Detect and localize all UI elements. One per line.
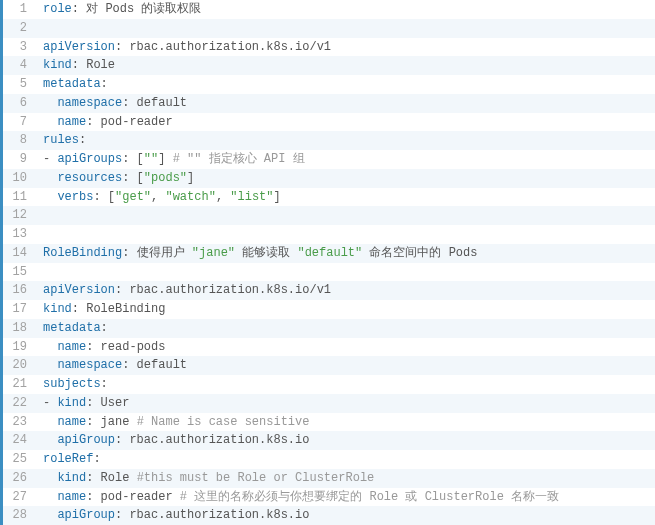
token-key: namespace — [57, 96, 122, 110]
line-number: 13 — [3, 225, 35, 244]
code-line[interactable]: 12 — [3, 206, 655, 225]
code-line[interactable]: 17kind: RoleBinding — [3, 300, 655, 319]
code-content[interactable]: name: read-pods — [35, 338, 655, 357]
line-number: 21 — [3, 375, 35, 394]
code-line[interactable]: 6 namespace: default — [3, 94, 655, 113]
token-com: # "" 指定核心 API 组 — [173, 152, 305, 166]
code-line[interactable]: 5metadata: — [3, 75, 655, 94]
code-line[interactable]: 3apiVersion: rbac.authorization.k8s.io/v… — [3, 38, 655, 57]
code-line[interactable]: 23 name: jane # Name is case sensitive — [3, 413, 655, 432]
line-number: 16 — [3, 281, 35, 300]
code-content[interactable]: apiGroup: rbac.authorization.k8s.io — [35, 431, 655, 450]
code-content[interactable]: rules: — [35, 131, 655, 150]
code-line[interactable]: 10 resources: ["pods"] — [3, 169, 655, 188]
line-number: 20 — [3, 356, 35, 375]
code-content[interactable]: - kind: User — [35, 394, 655, 413]
code-content[interactable]: kind: Role #this must be Role or Cluster… — [35, 469, 655, 488]
token-plain — [43, 415, 57, 429]
code-line[interactable]: 8rules: — [3, 131, 655, 150]
token-plain: : jane — [86, 415, 136, 429]
code-content[interactable]: name: jane # Name is case sensitive — [35, 413, 655, 432]
code-content[interactable]: roleRef: — [35, 450, 655, 469]
token-com: # Name is case sensitive — [137, 415, 310, 429]
token-plain: : — [101, 377, 108, 391]
token-plain: ] — [274, 190, 281, 204]
code-content[interactable]: name: pod-reader # 这里的名称必须与你想要绑定的 Role 或… — [35, 488, 655, 507]
token-plain — [43, 490, 57, 504]
token-key: name — [57, 490, 86, 504]
token-key: apiGroups — [57, 152, 122, 166]
line-number: 10 — [3, 169, 35, 188]
line-number: 14 — [3, 244, 35, 263]
code-line[interactable]: 14RoleBinding: 使得用户 "jane" 能够读取 "default… — [3, 244, 655, 263]
code-content[interactable]: resources: ["pods"] — [35, 169, 655, 188]
line-number: 15 — [3, 263, 35, 282]
code-content[interactable]: apiVersion: rbac.authorization.k8s.io/v1 — [35, 38, 655, 57]
code-content[interactable]: name: pod-reader — [35, 113, 655, 132]
code-line[interactable]: 18metadata: — [3, 319, 655, 338]
token-plain: , — [216, 190, 230, 204]
token-key: namespace — [57, 358, 122, 372]
code-content[interactable]: apiVersion: rbac.authorization.k8s.io/v1 — [35, 281, 655, 300]
code-line[interactable]: 27 name: pod-reader # 这里的名称必须与你想要绑定的 Rol… — [3, 488, 655, 507]
line-number: 8 — [3, 131, 35, 150]
code-line[interactable]: 2 — [3, 19, 655, 38]
code-line[interactable]: 26 kind: Role #this must be Role or Clus… — [3, 469, 655, 488]
code-content[interactable]: kind: Role — [35, 56, 655, 75]
code-line[interactable]: 21subjects: — [3, 375, 655, 394]
token-plain: : default — [122, 96, 187, 110]
token-plain: : pod-reader — [86, 490, 180, 504]
code-content[interactable]: RoleBinding: 使得用户 "jane" 能够读取 "default" … — [35, 244, 655, 263]
line-number: 27 — [3, 488, 35, 507]
token-plain: : 使得用户 — [122, 246, 192, 260]
code-line[interactable]: 4kind: Role — [3, 56, 655, 75]
code-content[interactable]: apiGroup: rbac.authorization.k8s.io — [35, 506, 655, 525]
code-line[interactable]: 9- apiGroups: [""] # "" 指定核心 API 组 — [3, 150, 655, 169]
code-line[interactable]: 15 — [3, 263, 655, 282]
token-key: apiGroup — [57, 508, 115, 522]
token-plain: : rbac.authorization.k8s.io — [115, 508, 309, 522]
token-plain: : — [79, 133, 86, 147]
code-content[interactable]: namespace: default — [35, 356, 655, 375]
token-plain — [43, 433, 57, 447]
code-content[interactable]: metadata: — [35, 75, 655, 94]
code-line[interactable]: 24 apiGroup: rbac.authorization.k8s.io — [3, 431, 655, 450]
code-content[interactable]: namespace: default — [35, 94, 655, 113]
code-content[interactable]: verbs: ["get", "watch", "list"] — [35, 188, 655, 207]
code-line[interactable]: 16apiVersion: rbac.authorization.k8s.io/… — [3, 281, 655, 300]
token-plain: : rbac.authorization.k8s.io — [115, 433, 309, 447]
code-line[interactable]: 19 name: read-pods — [3, 338, 655, 357]
line-number: 24 — [3, 431, 35, 450]
line-number: 3 — [3, 38, 35, 57]
token-key: kind — [43, 302, 72, 316]
code-editor[interactable]: 1role: 对 Pods 的读取权限23apiVersion: rbac.au… — [0, 0, 655, 525]
token-plain: ] — [187, 171, 194, 185]
code-content[interactable]: - apiGroups: [""] # "" 指定核心 API 组 — [35, 150, 655, 169]
code-line[interactable]: 22- kind: User — [3, 394, 655, 413]
code-content[interactable]: kind: RoleBinding — [35, 300, 655, 319]
code-line[interactable]: 20 namespace: default — [3, 356, 655, 375]
token-key: apiGroup — [57, 433, 115, 447]
token-key: name — [57, 340, 86, 354]
token-key: metadata — [43, 77, 101, 91]
token-str: "list" — [230, 190, 273, 204]
code-content[interactable]: subjects: — [35, 375, 655, 394]
token-plain: : [ — [122, 152, 144, 166]
code-line[interactable]: 11 verbs: ["get", "watch", "list"] — [3, 188, 655, 207]
token-key: kind — [57, 471, 86, 485]
line-number: 9 — [3, 150, 35, 169]
token-key: name — [57, 115, 86, 129]
code-content[interactable]: metadata: — [35, 319, 655, 338]
token-plain: : [ — [122, 171, 144, 185]
code-line[interactable]: 13 — [3, 225, 655, 244]
code-line[interactable]: 25roleRef: — [3, 450, 655, 469]
token-plain: 命名空间中的 Pods — [362, 246, 477, 260]
code-content[interactable]: role: 对 Pods 的读取权限 — [35, 0, 655, 19]
token-plain: - — [43, 396, 57, 410]
token-plain — [43, 96, 57, 110]
token-key: subjects — [43, 377, 101, 391]
code-line[interactable]: 7 name: pod-reader — [3, 113, 655, 132]
code-line[interactable]: 1role: 对 Pods 的读取权限 — [3, 0, 655, 19]
token-plain: ] — [158, 152, 172, 166]
code-line[interactable]: 28 apiGroup: rbac.authorization.k8s.io — [3, 506, 655, 525]
